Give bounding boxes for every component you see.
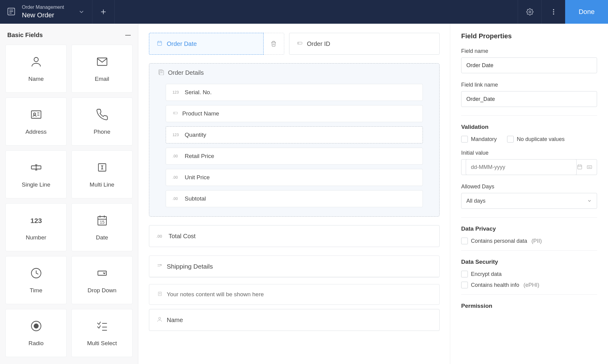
privacy-head: Data Privacy bbox=[461, 225, 597, 232]
field-label: Phone bbox=[94, 129, 110, 135]
form-canvas[interactable]: Order Date Order ID Order Details bbox=[138, 24, 450, 364]
svg-rect-12 bbox=[31, 111, 41, 118]
field-tile-date[interactable]: 15 Date bbox=[71, 203, 133, 251]
svg-point-63 bbox=[590, 166, 590, 167]
radio-icon bbox=[30, 320, 43, 333]
clock-icon bbox=[30, 267, 43, 280]
security-head: Data Security bbox=[461, 259, 597, 265]
delete-field-button[interactable] bbox=[264, 33, 284, 55]
encrypt-checkbox[interactable]: Encrypt data bbox=[461, 271, 597, 277]
done-button[interactable]: Done bbox=[565, 0, 608, 24]
svg-text:123: 123 bbox=[30, 216, 42, 224]
field-label: Time bbox=[30, 287, 43, 294]
noduplicate-checkbox[interactable]: No duplicate values bbox=[507, 136, 565, 143]
field-tile-address[interactable]: Address bbox=[5, 98, 67, 146]
tab-dropdown[interactable] bbox=[71, 0, 92, 24]
field-tile-name[interactable]: Name bbox=[5, 45, 67, 93]
field-label: Quantity bbox=[185, 132, 206, 138]
field-label: Multi Line bbox=[90, 181, 114, 188]
topbar: Order Management New Order Done bbox=[0, 0, 608, 24]
field-name-input[interactable] bbox=[461, 57, 597, 73]
form-icon bbox=[7, 7, 16, 17]
subfield-unit[interactable]: .00 Unit Price bbox=[166, 169, 423, 186]
ephi-checkbox[interactable]: Contains health info (ePHI) bbox=[461, 282, 597, 288]
initial-value-input[interactable] bbox=[466, 159, 577, 175]
field-tile-multiselect[interactable]: Multi Select bbox=[71, 309, 133, 357]
breadcrumb-parent: Order Management bbox=[22, 4, 64, 11]
field-label: Single Line bbox=[22, 181, 50, 188]
field-tile-dropdown[interactable]: Drop Down bbox=[71, 256, 133, 304]
svg-point-7 bbox=[553, 9, 554, 10]
calendar-icon[interactable] bbox=[577, 164, 583, 171]
svg-point-33 bbox=[34, 324, 38, 328]
notes-icon bbox=[157, 291, 163, 298]
field-label: Unit Price bbox=[185, 174, 210, 181]
number-icon: 123 bbox=[30, 214, 43, 228]
svg-rect-41 bbox=[297, 42, 302, 44]
text-icon bbox=[173, 110, 178, 117]
palette-section-title: Basic Fields bbox=[7, 32, 43, 39]
svg-point-9 bbox=[553, 13, 554, 14]
field-label: Email bbox=[95, 76, 109, 82]
validation-head: Validation bbox=[461, 124, 597, 130]
field-label: Name bbox=[28, 76, 44, 82]
chevron-down-icon bbox=[587, 198, 592, 203]
initial-value-label: Initial value bbox=[461, 150, 597, 156]
section-shipping[interactable]: Shipping Details bbox=[149, 256, 440, 277]
checkbox-label: Encrypt data bbox=[471, 271, 502, 277]
field-link-input[interactable] bbox=[461, 91, 597, 107]
add-tab-button[interactable] bbox=[92, 0, 114, 24]
subfield-serial[interactable]: 123 Serial. No. bbox=[166, 84, 423, 101]
canvas-field-order-date[interactable]: Order Date bbox=[149, 33, 264, 55]
subform-title: Order Details bbox=[168, 69, 204, 76]
mandatory-checkbox[interactable]: Mandatory bbox=[461, 136, 497, 143]
text-icon bbox=[297, 40, 303, 48]
checkbox-label: Mandatory bbox=[471, 136, 497, 143]
field-label: Serial. No. bbox=[185, 89, 212, 96]
more-menu-button[interactable] bbox=[541, 0, 565, 24]
field-label: Radio bbox=[29, 340, 44, 347]
canvas-field-order-id[interactable]: Order ID bbox=[289, 33, 440, 55]
pii-checkbox[interactable]: Contains personal data (PII) bbox=[461, 238, 597, 244]
field-label: Multi Select bbox=[87, 340, 117, 347]
section-icon bbox=[157, 263, 163, 270]
subfield-subtotal[interactable]: .00 Subtotal bbox=[166, 190, 423, 207]
field-label: Number bbox=[26, 234, 47, 241]
subfield-quantity[interactable]: 123 Quantity bbox=[166, 126, 423, 143]
notes-field[interactable]: Your notes content will be shown here bbox=[149, 284, 440, 305]
field-tile-email[interactable]: Email bbox=[71, 45, 133, 93]
field-tile-multiline[interactable]: Multi Line bbox=[71, 150, 133, 198]
field-tile-time[interactable]: Time bbox=[5, 256, 67, 304]
breadcrumb[interactable]: Order Management New Order bbox=[22, 4, 64, 19]
checkbox-icon bbox=[461, 136, 468, 143]
svg-rect-37 bbox=[157, 41, 161, 45]
subfield-product[interactable]: Product Name bbox=[166, 105, 423, 122]
keyboard-icon[interactable] bbox=[586, 164, 592, 171]
field-palette: Basic Fields Name Email Address bbox=[0, 24, 138, 364]
checkbox-icon bbox=[507, 136, 514, 143]
panel-title: Field Properties bbox=[461, 32, 597, 40]
field-label: Date bbox=[96, 234, 108, 241]
field-tile-radio[interactable]: Radio bbox=[5, 309, 67, 357]
svg-rect-55 bbox=[578, 165, 582, 169]
svg-rect-11 bbox=[97, 58, 107, 65]
person-icon bbox=[157, 316, 163, 324]
subfield-retail[interactable]: .00 Retail Price bbox=[166, 148, 423, 165]
checkbox-icon bbox=[461, 282, 468, 288]
field-tile-singleline[interactable]: Single Line bbox=[5, 150, 67, 198]
canvas-field-name[interactable]: Name bbox=[149, 309, 440, 331]
subform-order-details[interactable]: Order Details 123 Serial. No. Product Na… bbox=[149, 63, 440, 217]
field-label: Order Date bbox=[167, 40, 197, 47]
svg-rect-59 bbox=[587, 165, 592, 168]
field-tile-number[interactable]: 123 Number bbox=[5, 203, 67, 251]
canvas-field-total[interactable]: .00 Total Cost bbox=[149, 225, 440, 247]
checkbox-label: Contains health info bbox=[471, 282, 519, 288]
select-value: All days bbox=[466, 198, 485, 204]
settings-button[interactable] bbox=[518, 0, 541, 24]
allowed-days-select[interactable]: All days bbox=[461, 193, 597, 209]
dropdown-icon bbox=[96, 267, 109, 280]
breadcrumb-current: New Order bbox=[22, 11, 64, 20]
field-label: Subtotal bbox=[185, 195, 206, 202]
palette-section-header[interactable]: Basic Fields bbox=[5, 32, 133, 39]
field-tile-phone[interactable]: Phone bbox=[71, 98, 133, 146]
